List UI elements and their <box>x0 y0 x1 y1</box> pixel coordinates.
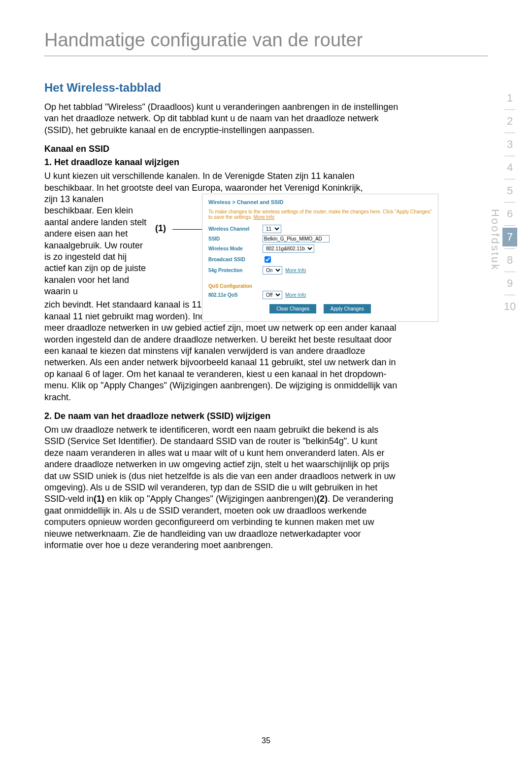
chapter-label: Hoofdstuk <box>489 209 501 271</box>
page-title: Handmatige configuratie van de router <box>44 30 488 51</box>
chapter-nav-item-6[interactable]: 6 <box>502 205 517 223</box>
chapter-nav-item-2[interactable]: 2 <box>502 112 517 131</box>
chapter-nav-item-9[interactable]: 9 <box>502 274 517 293</box>
chapter-nav-item-10[interactable]: 10 <box>502 297 517 316</box>
label-broadcast-ssid: Broadcast SSID <box>208 257 263 262</box>
breadcrumb: Wireless > Channel and SSID <box>208 199 432 205</box>
wireless-channel-select[interactable]: 11 <box>263 225 281 233</box>
subheading-kanaal-ssid: Kanaal en SSID <box>44 144 488 154</box>
intro-paragraph: Op het tabblad "Wireless" (Draadloos) ku… <box>44 102 399 136</box>
chapter-nav-item-3[interactable]: 3 <box>502 135 517 154</box>
protection-select[interactable]: On <box>263 266 282 275</box>
chapter-nav-divider <box>504 272 515 272</box>
clear-changes-button[interactable]: Clear Changes <box>269 304 316 313</box>
panel-description: To make changes to the wireless settings… <box>208 209 432 220</box>
more-info-link-protection[interactable]: More Info <box>285 268 306 273</box>
chapter-nav-divider <box>504 202 515 203</box>
chapter-nav-item-1[interactable]: 1 <box>502 89 517 107</box>
qos-select[interactable]: Off <box>263 291 282 299</box>
chapter-nav: 12345678910 <box>502 89 517 316</box>
para1-top: U kunt kiezen uit verschillende kanalen.… <box>44 171 399 194</box>
callout-1-label: (1) <box>155 223 166 234</box>
section-heading: Het Wireless-tabblad <box>44 81 488 95</box>
qos-heading: QoS Configuration <box>208 283 432 289</box>
chapter-nav-divider <box>504 225 515 226</box>
label-54g-protection: 54g Protection <box>208 268 263 273</box>
title-rule <box>44 56 488 56</box>
label-wireless-mode: Wireless Mode <box>208 246 263 251</box>
chapter-nav-item-7[interactable]: 7 <box>502 228 517 246</box>
chapter-nav-divider <box>504 156 515 156</box>
chapter-nav-divider <box>504 248 515 249</box>
para1-side: zijn 13 kanalen beschikbaar. Een klein a… <box>44 194 148 298</box>
label-wireless-channel: Wireless Channel <box>208 226 263 232</box>
chapter-nav-item-4[interactable]: 4 <box>502 158 517 177</box>
label-ssid: SSID <box>208 236 263 242</box>
page-number: 35 <box>0 736 532 745</box>
chapter-nav-divider <box>504 109 515 110</box>
more-info-link-qos[interactable]: More Info <box>285 292 306 298</box>
label-qos: 802.11e QoS <box>208 292 263 298</box>
chapter-nav-divider <box>504 133 515 133</box>
router-config-panel: Wireless > Channel and SSID To make chan… <box>202 194 438 322</box>
more-info-link[interactable]: More Info <box>254 214 274 220</box>
wireless-mode-select[interactable]: 802.11g&802.11b <box>263 244 314 253</box>
chapter-nav-item-5[interactable]: 5 <box>502 181 517 200</box>
apply-changes-button[interactable]: Apply Changes <box>324 304 371 313</box>
callout-1-line <box>172 229 202 230</box>
para2: Om uw draadloze netwerk te identificeren… <box>44 424 399 551</box>
broadcast-ssid-checkbox[interactable] <box>265 256 271 263</box>
subheading-2: 2. De naam van het draadloze netwerk (SS… <box>44 411 488 421</box>
ssid-input[interactable] <box>263 235 330 242</box>
subheading-1: 1. Het draadloze kanaal wijzigen <box>44 157 488 168</box>
chapter-nav-divider <box>504 295 515 295</box>
chapter-nav-item-8[interactable]: 8 <box>502 251 517 270</box>
chapter-nav-divider <box>504 179 515 179</box>
